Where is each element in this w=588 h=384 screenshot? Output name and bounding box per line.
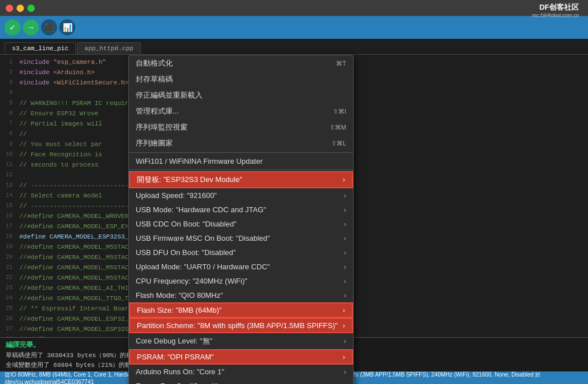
maximize-button[interactable] [27, 5, 35, 12]
menu-divider [129, 152, 353, 153]
menu-item-usb-mode[interactable]: USB Mode: "Hardware CDC and JTAG" › [129, 203, 353, 217]
verify-button[interactable]: ✓ [5, 19, 21, 35]
menu-item-flash-mode[interactable]: Flash Mode: "QIO 80MHz" › [129, 288, 353, 302]
menu-item-wifi-updater[interactable]: WiFi101 / WiFiNINA Firmware Updater [129, 154, 353, 168]
main-area: 1#include "esp_camera.h" 2#include <Ardu… [0, 55, 588, 337]
df-logo-sub: mc.DFRobot.com.cn [532, 13, 579, 18]
menu-item-library-manager[interactable]: 管理程式庫... ⇧⌘I [129, 103, 353, 119]
menu-item-psram[interactable]: PSRAM: "OPI PSRAM" › [129, 349, 353, 365]
menu-item-serial-plotter[interactable]: 序列繪圖家 ⇧⌘L [129, 135, 353, 151]
menu-item-flash-size[interactable]: Flash Size: "8MB (64Mb)" › [129, 302, 353, 318]
toolbar: ✓ → ⬛ 📊 [0, 16, 588, 39]
menu-item-usb-msc[interactable]: USB Firmware MSC On Boot: "Disabled" › [129, 231, 353, 245]
tab-s3-cam[interactable]: s3_cam_line_pic [5, 42, 76, 54]
window-controls [6, 5, 35, 12]
title-bar: DF创客社区 mc.DFRobot.com.cn [0, 0, 588, 16]
menu-item-usb-cdc[interactable]: USB CDC On Boot: "Disabled" › [129, 217, 353, 231]
menu-item-partition-scheme[interactable]: Partition Scheme: "8M with spiffs (3MB A… [129, 318, 353, 333]
menu-item-core-debug[interactable]: Core Debug Level: "無" › [129, 333, 353, 349]
menu-divider [129, 169, 353, 170]
close-button[interactable] [6, 5, 13, 12]
debug-button[interactable]: ⬛ [41, 19, 57, 35]
tab-app-httpd[interactable]: app_httpd.cpp [77, 42, 141, 54]
menu-item-board[interactable]: 開發板: "ESP32S3 Dev Module" › [129, 171, 353, 188]
df-logo: DF创客社区 mc.DFRobot.com.cn [529, 1, 582, 19]
df-logo-main: DF创客社区 [540, 2, 579, 13]
menu-item-archive[interactable]: 封存草稿碼 [129, 71, 353, 87]
menu-item-upload-mode[interactable]: Upload Mode: "UART0 / Hardware CDC" › [129, 260, 353, 274]
status-title-text: 編譯完畢。 [6, 341, 40, 349]
tab-bar: s3_cam_line_pic app_httpd.cpp [0, 39, 588, 55]
menu-item-usb-dfu[interactable]: USB DFU On Boot: "Disabled" › [129, 245, 353, 260]
menu-item-serial-monitor[interactable]: 序列埠監控視窗 ⇧⌘M [129, 119, 353, 135]
menu-item-stop-reload[interactable]: 停正編碼並重新載入 [129, 87, 353, 103]
menu-item-upload-speed[interactable]: Upload Speed: "921600" › [129, 188, 353, 203]
menu-item-events-run-on[interactable]: Events Run On: "Core 1" › [129, 379, 353, 384]
upload-button[interactable]: → [23, 19, 39, 35]
menu-item-autoformat[interactable]: 自動格式化 ⌘T [129, 55, 353, 71]
menu-item-cpu-freq[interactable]: CPU Frequency: "240MHz (WiFi)" › [129, 274, 353, 288]
menu-item-arduino-runs-on[interactable]: Arduino Runs On: "Core 1" › [129, 365, 353, 379]
serial-plotter-button[interactable]: 📊 [59, 19, 75, 35]
minimize-button[interactable] [17, 5, 24, 12]
dropdown-menu: 自動格式化 ⌘T 封存草稿碼 停正編碼並重新載入 管理程式庫... ⇧⌘I 序列… [128, 55, 354, 384]
